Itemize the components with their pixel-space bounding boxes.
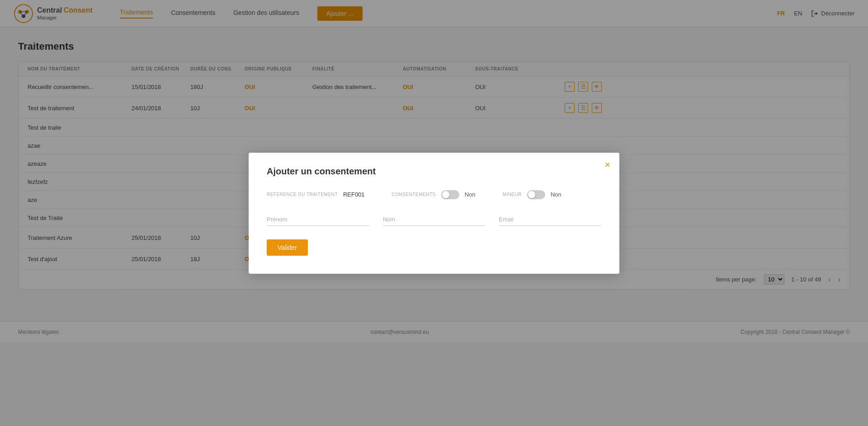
- toggle-knob: [442, 191, 449, 198]
- valider-button[interactable]: Valider: [267, 239, 308, 256]
- nom-input[interactable]: [383, 213, 486, 226]
- consentements-value: Non: [465, 191, 476, 198]
- consentements-toggle-group: CONSENTEMENTS Non: [392, 190, 476, 199]
- reference-value: REF001: [343, 191, 365, 198]
- mineur-toggle[interactable]: [527, 190, 545, 199]
- email-input[interactable]: [499, 213, 601, 226]
- modal-row1: REFERENCE DU TRAITEMENT REF001 CONSENTEM…: [267, 190, 601, 199]
- reference-group: REFERENCE DU TRAITEMENT REF001: [267, 191, 365, 198]
- mineur-label: MINEUR: [503, 192, 522, 197]
- consentements-label: CONSENTEMENTS: [392, 192, 436, 197]
- modal-title: Ajouter un consentement: [267, 166, 601, 177]
- consentements-toggle[interactable]: [441, 190, 459, 199]
- mineur-toggle-group: MINEUR Non: [503, 190, 561, 199]
- mineur-value: Non: [551, 191, 561, 198]
- add-consent-modal: × Ajouter un consentement REFERENCE DU T…: [249, 153, 619, 274]
- toggle-knob-mineur: [528, 191, 535, 198]
- prenom-input[interactable]: [267, 213, 369, 226]
- modal-close-button[interactable]: ×: [604, 160, 610, 170]
- reference-label: REFERENCE DU TRAITEMENT: [267, 192, 338, 197]
- modal-inputs-row: [267, 213, 601, 226]
- modal-overlay[interactable]: × Ajouter un consentement REFERENCE DU T…: [0, 0, 868, 342]
